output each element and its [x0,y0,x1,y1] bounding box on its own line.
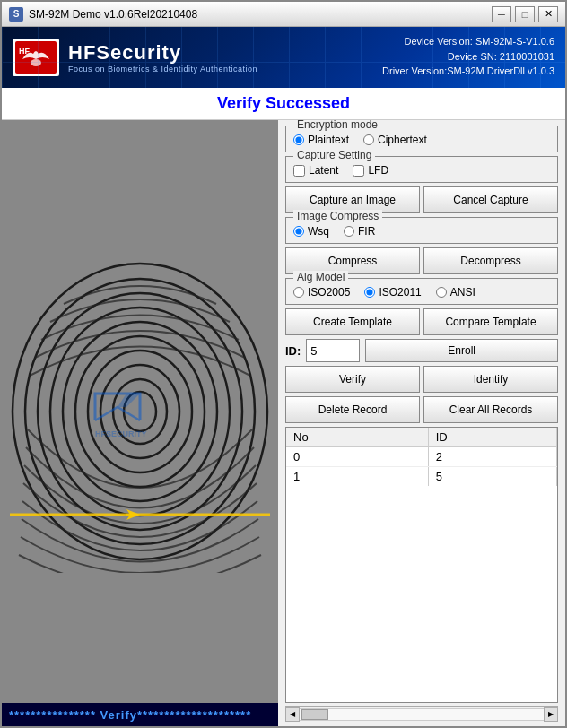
col-no-header: No [286,428,428,447]
create-template-button[interactable]: Create Template [285,308,420,335]
alg-model-group: Alg Model ISO2005 ISO2011 ANSI [285,278,558,305]
alg-model-label: Alg Model [293,271,348,283]
lfd-option[interactable]: LFD [353,164,388,177]
table-row: 15 [286,467,557,487]
id-enroll-row: ID: Enroll [285,339,558,362]
main-content: HFSECURITY **************** Verify******… [2,120,565,726]
controls-panel: Encryption mode Plaintext Ciphertext Cap… [278,120,565,726]
iso2011-label: ISO2011 [379,286,421,299]
device-info: Device Version: SM-92M-S-V1.0.6 Device S… [382,34,554,79]
image-compress-group: Image Compress Wsq FIR [285,217,558,244]
plaintext-radio[interactable] [293,134,304,145]
scroll-right-arrow[interactable]: ▶ [544,707,558,722]
id-input[interactable] [306,339,360,362]
id-label: ID: [285,344,301,358]
status-strip: **************** Verify*****************… [2,703,278,726]
main-window: S SM-92M Demo v1.0.6Rel20210408 ─ □ ✕ HF [0,0,567,728]
encryption-radio-row: Plaintext Ciphertext [293,132,550,146]
device-version: Device Version: SM-92M-S-V1.0.6 [382,34,554,49]
delete-record-button[interactable]: Delete Record [285,396,420,423]
verify-status-text: Verify Successed [217,94,350,113]
iso2005-option[interactable]: ISO2005 [293,286,350,299]
svg-point-2 [31,59,41,66]
app-header: HF HFSecurity Focus on Biometrics & Iden… [2,27,565,88]
wsq-label: Wsq [308,225,329,238]
fingerprint-svg: HFSECURITY [10,250,270,573]
window-controls: ─ □ ✕ [492,6,558,22]
table-cell-no: 1 [286,467,428,487]
logo-box: HF [13,39,59,76]
compress-radio-row: Wsq FIR [293,223,550,238]
brand-name: HFSecurity [68,41,257,65]
verify-identify-row: Verify Identify [285,366,558,393]
ciphertext-option[interactable]: Ciphertext [363,134,427,146]
brand-text: HFSecurity Focus on Biometrics & Identid… [68,41,257,74]
table-header-row: No ID [286,428,557,447]
latent-label: Latent [309,164,338,177]
delete-clear-row: Delete Record Clear All Records [285,396,558,423]
plaintext-label: Plaintext [308,134,349,146]
lfd-checkbox[interactable] [353,165,364,177]
svg-text:HFSECURITY: HFSECURITY [95,429,147,438]
minimize-button[interactable]: ─ [492,6,511,22]
hfsecurity-logo: HF [15,41,57,74]
encryption-label: Encryption mode [293,120,381,131]
ciphertext-radio[interactable] [363,134,374,145]
fir-radio[interactable] [344,226,354,237]
image-compress-label: Image Compress [293,210,382,222]
iso2005-radio[interactable] [293,287,304,298]
capture-checkbox-row: Latent LFD [293,162,550,177]
device-sn: Device SN: 2110001031 [382,49,554,65]
records-table-container: No ID 0215 [285,427,558,703]
scroll-left-arrow[interactable]: ◀ [285,707,300,722]
app-icon: S [9,7,23,22]
brand-subtitle: Focus on Biometrics & Identidity Authent… [68,65,257,74]
fingerprint-image-area: HFSECURITY [2,120,278,703]
status-text: **************** Verify*****************… [9,708,251,722]
ansi-radio[interactable] [436,287,447,298]
wsq-option[interactable]: Wsq [293,225,329,238]
verify-status-bar: Verify Successed [2,88,565,120]
lfd-label: LFD [368,164,388,177]
scroll-track[interactable] [300,708,544,721]
identify-button[interactable]: Identify [423,366,558,393]
table-cell-id: 5 [428,467,556,487]
template-btn-row: Create Template Compare Template [285,308,558,335]
ansi-option[interactable]: ANSI [436,286,475,299]
iso2011-option[interactable]: ISO2011 [364,286,421,299]
wsq-radio[interactable] [293,226,304,237]
iso2005-label: ISO2005 [308,286,350,299]
capture-setting-label: Capture Setting [293,149,375,161]
capture-setting-group: Capture Setting Latent LFD [285,156,558,183]
latent-option[interactable]: Latent [293,164,338,177]
enroll-button[interactable]: Enroll [365,339,558,362]
window-title: SM-92M Demo v1.0.6Rel20210408 [29,8,492,21]
latent-checkbox[interactable] [293,165,305,177]
plaintext-option[interactable]: Plaintext [293,134,349,146]
scroll-thumb[interactable] [301,709,328,720]
fir-label: FIR [358,225,375,238]
maximize-button[interactable]: □ [515,6,535,22]
fir-option[interactable]: FIR [344,225,375,238]
table-cell-no: 0 [286,447,428,467]
driver-version: Driver Version:SM-92M DriverDll v1.0.3 [382,64,554,79]
logo-area: HF HFSecurity Focus on Biometrics & Iden… [13,39,257,76]
compare-template-button[interactable]: Compare Template [423,308,558,335]
fingerprint-panel: HFSECURITY **************** Verify******… [2,120,278,726]
cancel-capture-button[interactable]: Cancel Capture [423,186,558,213]
iso2011-radio[interactable] [364,287,375,298]
clear-records-button[interactable]: Clear All Records [423,396,558,423]
decompress-button[interactable]: Decompress [423,247,558,274]
col-id-header: ID [428,428,556,447]
ansi-label: ANSI [450,286,475,299]
alg-radio-row: ISO2005 ISO2011 ANSI [293,284,550,299]
table-row: 02 [286,447,557,467]
table-cell-id: 2 [428,447,556,467]
title-bar: S SM-92M Demo v1.0.6Rel20210408 ─ □ ✕ [2,2,565,27]
horizontal-scrollbar[interactable]: ◀ ▶ [285,706,558,721]
verify-button[interactable]: Verify [285,366,420,393]
ciphertext-label: Ciphertext [378,134,427,146]
close-button[interactable]: ✕ [538,6,558,22]
records-table: No ID 0215 [286,428,557,486]
